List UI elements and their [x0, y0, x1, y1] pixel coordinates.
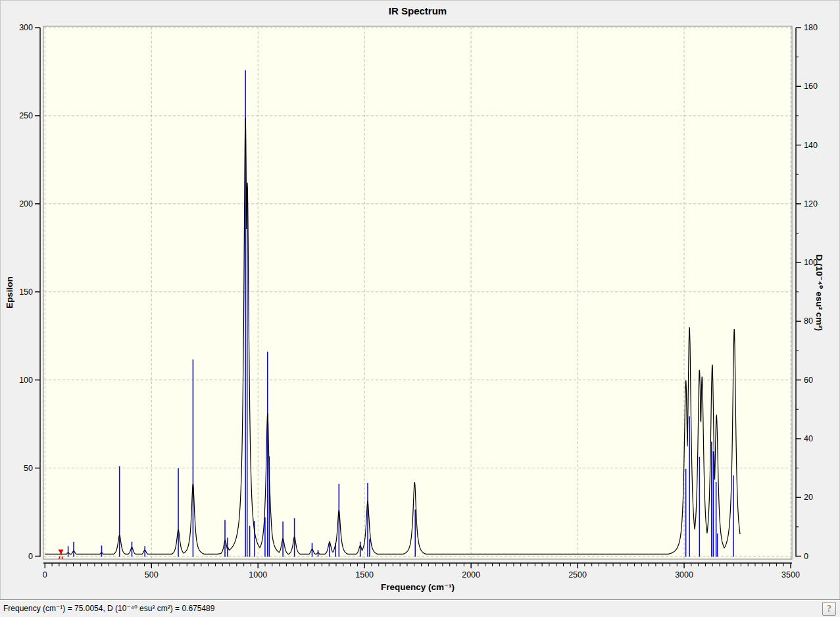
- x-axis-title: Frequency (cm⁻¹): [43, 581, 792, 592]
- ir-spectrum-chart: IR Spectrum 0500100015002000250030003500…: [0, 0, 840, 599]
- right-tick-label: 60: [804, 376, 813, 385]
- status-bar: Frequency (cm⁻¹) = 75.0054, D (10⁻⁴⁰ esu…: [0, 599, 840, 617]
- right-tick-label: 80: [804, 316, 813, 326]
- left-tick-label: 300: [19, 23, 33, 32]
- help-icon: ?: [827, 604, 831, 614]
- right-tick-label: 160: [804, 82, 818, 91]
- plot-frame: [43, 26, 792, 559]
- x-tick-label: 2000: [462, 570, 480, 580]
- left-tick-label: 200: [19, 199, 33, 209]
- right-tick-label: 140: [804, 141, 818, 150]
- right-tick-label: 0: [804, 552, 808, 561]
- cursor-readout: Frequency (cm⁻¹) = 75.0054, D (10⁻⁴⁰ esu…: [3, 604, 214, 613]
- x-tick-label: 3500: [781, 570, 800, 580]
- x-tick-label: 1500: [355, 570, 374, 580]
- right-tick-label: 40: [804, 434, 813, 443]
- x-tick-label: 2500: [568, 570, 587, 580]
- left-tick-label: 150: [19, 287, 33, 297]
- left-tick-label: 0: [28, 552, 33, 561]
- ir-spectrum-window: IR Spectrum 0500100015002000250030003500…: [0, 0, 840, 617]
- x-tick-label: 3000: [675, 570, 693, 580]
- right-axis-title: D (10⁻⁴⁰ esu² cm²): [814, 161, 825, 424]
- right-tick-label: 20: [804, 493, 813, 502]
- x-tick-label: 1000: [249, 570, 267, 580]
- right-tick-label: 180: [804, 23, 818, 32]
- left-axis-title: Epsilon: [5, 161, 14, 424]
- x-tick-label: 500: [145, 570, 159, 580]
- plot-canvas[interactable]: 0500100015002000250030003500050100150200…: [0, 0, 840, 599]
- left-tick-label: 250: [19, 111, 33, 120]
- x-tick-label: 0: [43, 570, 47, 580]
- left-tick-label: 100: [19, 376, 33, 385]
- help-button[interactable]: ?: [822, 602, 836, 616]
- left-tick-label: 50: [24, 464, 33, 473]
